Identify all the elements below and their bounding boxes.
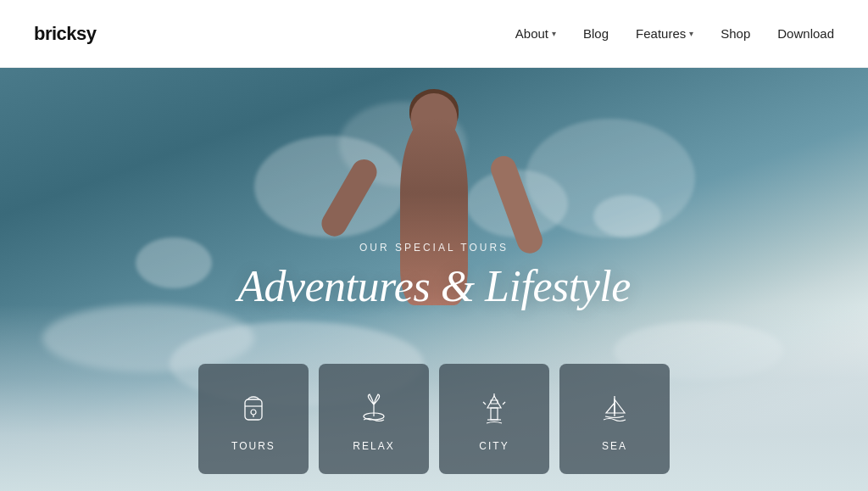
nav-item-features[interactable]: Features▾: [636, 26, 693, 41]
nav-item-shop[interactable]: Shop: [721, 26, 750, 41]
tour-card-sea[interactable]: SEA: [559, 364, 670, 474]
hero-text: OUR SPECIAL TOURS Adventures & Lifestyle: [237, 242, 631, 310]
nav-label-blog: Blog: [583, 26, 609, 41]
chevron-down-icon: ▾: [552, 29, 556, 38]
svg-rect-6: [491, 408, 498, 420]
svg-line-11: [503, 402, 505, 405]
lighthouse-icon: [473, 386, 515, 428]
nav-label-about: About: [515, 26, 548, 41]
main-nav: About▾BlogFeatures▾ShopDownload: [515, 26, 834, 41]
hero-section: OUR SPECIAL TOURS Adventures & Lifestyle…: [0, 68, 868, 491]
tour-card-label-relax: RELAX: [353, 440, 394, 452]
backpack-icon: [232, 386, 275, 428]
nav-label-features: Features: [636, 26, 686, 41]
chevron-down-icon: ▾: [689, 29, 693, 38]
hero-person: [341, 93, 527, 365]
island-icon: [353, 386, 395, 428]
svg-line-10: [483, 402, 486, 405]
tour-card-label-city: CITY: [479, 440, 509, 452]
tour-card-city[interactable]: CITY: [439, 364, 549, 474]
nav-item-about[interactable]: About▾: [515, 26, 556, 41]
tour-card-relax[interactable]: RELAX: [319, 364, 429, 474]
svg-marker-7: [487, 396, 501, 408]
tour-cards: TOURS RELAX CITY SEA: [198, 364, 670, 474]
tour-card-label-tours: TOURS: [231, 440, 275, 452]
nav-item-blog[interactable]: Blog: [583, 26, 609, 41]
svg-point-2: [251, 410, 256, 415]
header: bricksy About▾BlogFeatures▾ShopDownload: [0, 0, 868, 68]
tour-card-tours[interactable]: TOURS: [198, 364, 309, 474]
tour-card-label-sea: SEA: [602, 440, 627, 452]
hero-subtitle: OUR SPECIAL TOURS: [237, 242, 631, 254]
hero-title: Adventures & Lifestyle: [237, 262, 631, 310]
sailboat-icon: [593, 386, 636, 428]
nav-label-download: Download: [777, 26, 834, 41]
nav-item-download[interactable]: Download: [777, 26, 834, 41]
logo[interactable]: bricksy: [34, 23, 97, 45]
nav-label-shop: Shop: [721, 26, 750, 41]
